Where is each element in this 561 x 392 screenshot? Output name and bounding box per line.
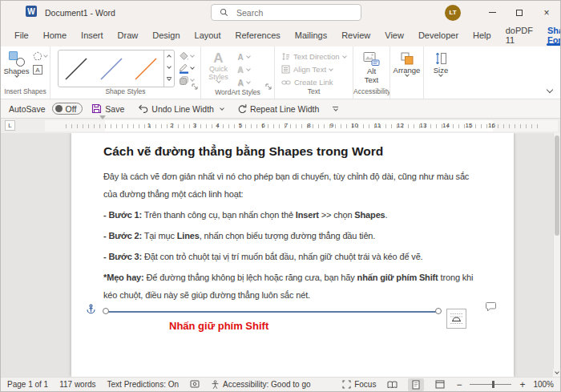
create-link-icon bbox=[281, 79, 291, 87]
drawn-line-shape[interactable] bbox=[108, 311, 437, 313]
edit-shape-button[interactable] bbox=[33, 51, 47, 62]
undo-button[interactable]: Undo Line Width bbox=[133, 103, 228, 114]
layout-options-button[interactable] bbox=[446, 309, 466, 329]
minimize-icon bbox=[489, 12, 496, 13]
tab-draw[interactable]: Draw bbox=[111, 24, 146, 46]
align-text-icon bbox=[281, 65, 290, 74]
shape-outline-button[interactable] bbox=[179, 63, 194, 74]
text-fill-button[interactable]: A bbox=[236, 51, 250, 63]
line-handle-left[interactable] bbox=[103, 308, 109, 314]
arrange-button[interactable]: Arrange bbox=[393, 50, 421, 87]
avatar[interactable]: LT bbox=[445, 5, 461, 21]
search-box[interactable] bbox=[211, 4, 361, 21]
proofing-button[interactable] bbox=[190, 380, 200, 389]
redo-button[interactable]: Repeat Line Width bbox=[232, 103, 323, 114]
tab-shape-format[interactable]: Shape Format bbox=[540, 24, 561, 46]
tab-layout[interactable]: Layout bbox=[188, 24, 228, 46]
minimize-button[interactable] bbox=[478, 1, 506, 24]
zoom-slider-thumb[interactable] bbox=[492, 381, 494, 388]
tab-home[interactable]: Home bbox=[36, 24, 74, 46]
text-predictions[interactable]: Text Predictions: On bbox=[107, 380, 179, 389]
shape-fill-icon bbox=[179, 51, 189, 62]
ruler-number: 11 bbox=[373, 122, 382, 129]
alt-text-button[interactable]: Alt Text bbox=[356, 50, 387, 87]
tab-selector[interactable]: L bbox=[5, 120, 15, 131]
web-layout-button[interactable] bbox=[432, 378, 448, 391]
zoom-in-button[interactable]: + bbox=[519, 379, 525, 390]
text-direction-button[interactable]: Text Direction bbox=[281, 51, 346, 62]
document-page[interactable]: Cách vẽ đường thẳng bằng Shapes trong Wo… bbox=[71, 133, 514, 377]
focus-button[interactable]: Focus bbox=[342, 380, 376, 389]
shape-style-option-1[interactable] bbox=[59, 51, 94, 87]
shape-style-option-3[interactable] bbox=[128, 51, 163, 87]
tab-file[interactable]: File bbox=[7, 24, 36, 46]
group-shape-styles: Shape Styles bbox=[50, 46, 201, 99]
group-arrange: Arrange bbox=[390, 46, 424, 99]
ruler-band: 12345678910111213141516 bbox=[45, 120, 558, 131]
qat-overflow-button[interactable] bbox=[333, 107, 338, 111]
tab-review[interactable]: Review bbox=[334, 24, 377, 46]
create-link-button[interactable]: Create Link bbox=[281, 77, 346, 87]
shapes-button[interactable]: Shapes bbox=[3, 50, 30, 87]
group-label: Insert Shapes bbox=[1, 87, 50, 99]
gallery-scroll-buttons[interactable] bbox=[163, 51, 174, 87]
close-button[interactable]: × bbox=[533, 1, 560, 24]
page-comment-icon[interactable] bbox=[485, 301, 497, 316]
scrollbar-thumb[interactable] bbox=[555, 135, 559, 236]
alt-text-label: Alt Text bbox=[362, 67, 381, 84]
ruler-numbers: 12345678910111213141516 bbox=[45, 120, 558, 131]
group-label: Accessibility bbox=[353, 87, 389, 99]
shape-fill-button[interactable] bbox=[179, 51, 194, 62]
chevron-down-icon bbox=[43, 53, 48, 58]
indent-markers[interactable] bbox=[99, 119, 107, 131]
alt-text-icon bbox=[363, 51, 380, 67]
tab-view[interactable]: View bbox=[377, 24, 411, 46]
ruler-number: 13 bbox=[418, 122, 429, 129]
save-label: Save bbox=[105, 104, 124, 114]
save-button[interactable]: Save bbox=[87, 103, 128, 114]
tab-dopdf-11[interactable]: doPDF 11 bbox=[498, 24, 540, 46]
tab-help[interactable]: Help bbox=[466, 24, 498, 46]
tab-design[interactable]: Design bbox=[145, 24, 187, 46]
page-count[interactable]: Page 1 of 1 bbox=[7, 380, 48, 389]
group-label: Text bbox=[275, 87, 353, 99]
search-input[interactable] bbox=[235, 7, 339, 18]
paragraph-step-2: - Bước 2: Tại mục Lines, nhấn chọn biểu … bbox=[103, 227, 485, 244]
chevron-down-icon bbox=[405, 72, 410, 77]
vertical-scrollbar[interactable] bbox=[553, 133, 560, 377]
tab-developer[interactable]: Developer bbox=[411, 24, 466, 46]
zoom-slider[interactable] bbox=[470, 384, 511, 385]
tab-references[interactable]: References bbox=[228, 24, 288, 46]
chevron-down-icon bbox=[246, 67, 251, 71]
zoom-out-button[interactable]: − bbox=[456, 379, 462, 390]
tab-mailings[interactable]: Mailings bbox=[288, 24, 334, 46]
size-button[interactable]: Size bbox=[426, 50, 455, 87]
line-handle-right[interactable] bbox=[435, 308, 442, 314]
group-label: Shape Styles bbox=[50, 87, 200, 99]
wordart-dialog-launcher[interactable] bbox=[265, 79, 272, 87]
ruler-number: 9 bbox=[329, 122, 335, 129]
read-mode-button[interactable] bbox=[384, 378, 400, 391]
print-layout-button[interactable] bbox=[408, 378, 424, 391]
word-count[interactable]: 117 words bbox=[59, 380, 95, 389]
ruler-number: 4 bbox=[214, 122, 220, 129]
shape-styles-dialog-launcher[interactable] bbox=[192, 79, 199, 87]
scroll-down-arrow[interactable] bbox=[553, 369, 560, 377]
gallery-down-icon bbox=[167, 65, 172, 70]
collapse-ribbon-icon[interactable] bbox=[547, 87, 553, 93]
maximize-button[interactable] bbox=[506, 1, 533, 24]
quick-styles-button[interactable]: A Quick Styles bbox=[204, 50, 233, 88]
ruler: L 12345678910111213141516 bbox=[1, 119, 560, 133]
align-text-button[interactable]: Align Text bbox=[281, 64, 346, 75]
zoom-level[interactable]: 100% bbox=[533, 380, 554, 389]
autosave-toggle[interactable]: Off bbox=[52, 103, 83, 115]
shape-style-option-2[interactable] bbox=[94, 51, 129, 87]
text-outline-button[interactable]: A bbox=[236, 64, 250, 75]
text-box-button[interactable]: A bbox=[33, 64, 47, 75]
window-title: Document1 - Word bbox=[45, 8, 115, 18]
shape-text-callout[interactable]: Nhấn giữ phím Shift bbox=[169, 320, 268, 332]
text-direction-icon bbox=[281, 52, 290, 61]
text-effects-button[interactable]: A bbox=[236, 77, 250, 88]
tab-insert[interactable]: Insert bbox=[74, 24, 111, 46]
accessibility-status[interactable]: Accessibility: Good to go bbox=[211, 380, 311, 390]
